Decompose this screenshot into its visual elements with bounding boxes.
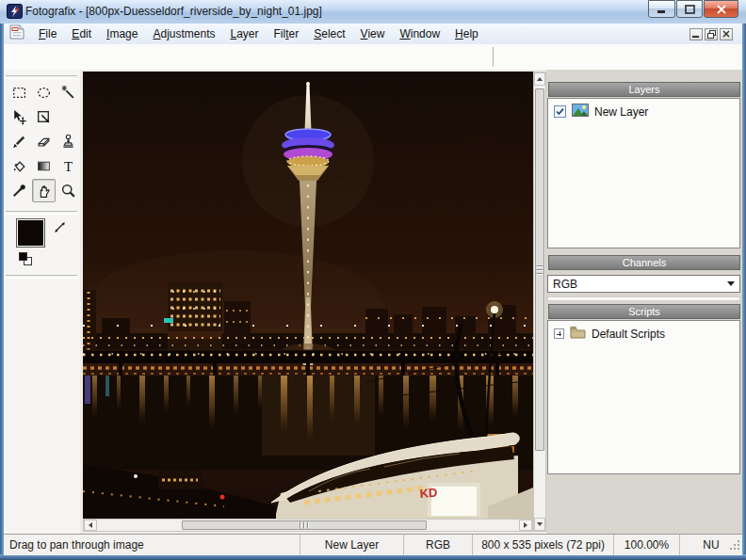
default-colors-icon[interactable] xyxy=(18,251,33,270)
toolbar-separator xyxy=(493,47,494,67)
tool-hand[interactable] xyxy=(32,179,56,202)
script-folder-name: Default Scripts xyxy=(592,328,665,341)
layer-name: New Layer xyxy=(594,105,648,119)
mdi-minimize-button[interactable] xyxy=(689,28,703,40)
title-bar[interactable]: Fotografix - [800px-Duesseldorf_riversid… xyxy=(0,0,746,24)
status-bar: Drag to pan through image New Layer RGB … xyxy=(4,534,742,555)
scroll-right-button[interactable] xyxy=(519,520,532,531)
window-title: Fotografix - [800px-Duesseldorf_riversid… xyxy=(25,5,322,18)
menu-layer[interactable]: Layer xyxy=(222,25,266,42)
magic-wand-icon xyxy=(60,85,76,101)
menu-file[interactable]: File xyxy=(31,25,64,42)
paint-bucket-icon xyxy=(11,158,27,174)
mdi-close-button[interactable] xyxy=(720,28,733,40)
minimize-button[interactable] xyxy=(648,0,675,18)
menu-adjustments[interactable]: Adjustments xyxy=(145,25,222,42)
tool-transform[interactable] xyxy=(32,105,56,129)
channels-strip xyxy=(547,296,740,301)
palette-divider xyxy=(6,275,77,279)
status-color-mode: RGB xyxy=(403,535,472,555)
vertical-scrollbar[interactable] xyxy=(533,72,546,532)
tool-brush[interactable] xyxy=(8,130,31,153)
tool-gradient[interactable] xyxy=(32,154,56,178)
layer-row[interactable]: New Layer xyxy=(548,99,739,124)
tool-elliptical-marquee[interactable] xyxy=(32,81,56,104)
status-zoom-level: 100.00% xyxy=(613,535,679,555)
arrow-down-icon xyxy=(537,522,543,526)
menu-edit[interactable]: Edit xyxy=(64,25,99,42)
horizontal-scrollbar[interactable] xyxy=(83,519,533,532)
mdi-close-icon xyxy=(722,30,730,38)
tool-paint-bucket[interactable] xyxy=(8,154,31,178)
swap-colors-icon[interactable] xyxy=(53,220,67,238)
channels-panel-header: Channels xyxy=(548,255,740,270)
expand-icon[interactable] xyxy=(554,328,564,339)
elliptical-marquee-icon xyxy=(36,85,52,101)
layers-list: New Layer xyxy=(547,98,740,248)
tool-move[interactable] xyxy=(8,105,31,129)
window-border-right[interactable] xyxy=(742,24,746,554)
tool-zoom[interactable] xyxy=(57,179,80,202)
arrow-right-icon xyxy=(524,522,527,528)
gradient-icon xyxy=(36,158,52,174)
kd-logo: KD xyxy=(419,486,438,501)
channel-select[interactable]: RGB xyxy=(547,275,740,293)
rectangular-marquee-icon xyxy=(11,85,27,101)
canvas-area: KD xyxy=(80,70,546,534)
maximize-icon xyxy=(685,5,695,14)
scroll-down-button[interactable] xyxy=(534,518,545,531)
chevron-down-icon xyxy=(727,281,735,286)
side-panels: Layers New Layer Channels RGB Scripts xyxy=(546,70,742,534)
scroll-up-button[interactable] xyxy=(534,72,545,86)
scripts-tree-row[interactable]: Default Scripts xyxy=(548,321,739,346)
tool-rectangular-marquee[interactable] xyxy=(8,81,31,104)
menu-window[interactable]: Window xyxy=(392,25,447,42)
minimize-icon xyxy=(657,5,667,13)
menu-filter[interactable]: Filter xyxy=(267,25,307,42)
layers-panel-header: Layers xyxy=(548,82,740,97)
document-canvas[interactable]: KD xyxy=(83,72,533,519)
document-icon xyxy=(8,24,25,43)
menu-select[interactable]: Select xyxy=(306,25,352,42)
palette-divider xyxy=(6,75,77,79)
tool-options-bar xyxy=(4,44,742,71)
thumb-grip xyxy=(300,522,309,529)
status-hint: Drag to pan through image xyxy=(4,535,300,555)
clone-stamp-icon xyxy=(60,134,76,150)
tool-eyedropper[interactable] xyxy=(8,179,31,202)
mdi-restore-icon xyxy=(707,30,716,39)
scripts-panel-header: Scripts xyxy=(548,304,740,319)
eyedropper-icon xyxy=(11,183,27,199)
horizontal-scroll-thumb[interactable] xyxy=(182,520,427,530)
tool-clone-stamp[interactable] xyxy=(57,130,80,153)
hand-icon xyxy=(36,183,52,199)
menu-view[interactable]: View xyxy=(353,25,393,42)
resize-grip[interactable] xyxy=(729,539,740,553)
layer-thumbnail xyxy=(572,104,589,120)
channels-panel-title: Channels xyxy=(623,257,666,268)
arrow-left-icon xyxy=(89,522,92,528)
menu-image[interactable]: Image xyxy=(99,25,145,42)
scripts-panel-title: Scripts xyxy=(628,306,660,317)
channel-selected-value: RGB xyxy=(553,278,577,291)
close-button[interactable] xyxy=(704,0,738,18)
svg-text:T: T xyxy=(64,159,73,174)
application-window: Fotografix - [800px-Duesseldorf_riversid… xyxy=(0,0,746,560)
vertical-scroll-thumb[interactable] xyxy=(535,88,544,451)
maximize-button[interactable] xyxy=(676,0,703,18)
mdi-minimize-icon xyxy=(692,30,700,38)
mdi-restore-button[interactable] xyxy=(705,28,718,40)
brush-icon xyxy=(11,134,27,150)
foreground-color-swatch[interactable] xyxy=(16,218,45,248)
status-image-size: 800 x 535 pixels (72 ppi) xyxy=(472,535,613,555)
tool-magic-wand[interactable] xyxy=(57,81,80,104)
status-active-layer: New Layer xyxy=(300,535,403,555)
tool-text[interactable]: T xyxy=(57,154,80,178)
layer-visibility-checkbox[interactable] xyxy=(554,105,566,118)
menu-bar: File Edit Image Adjustments Layer Filter… xyxy=(4,24,742,45)
scroll-left-button[interactable] xyxy=(84,520,97,531)
menu-help[interactable]: Help xyxy=(447,25,486,42)
tool-eraser[interactable] xyxy=(32,130,56,153)
text-tool-icon: T xyxy=(60,158,76,174)
transform-icon xyxy=(36,109,52,125)
